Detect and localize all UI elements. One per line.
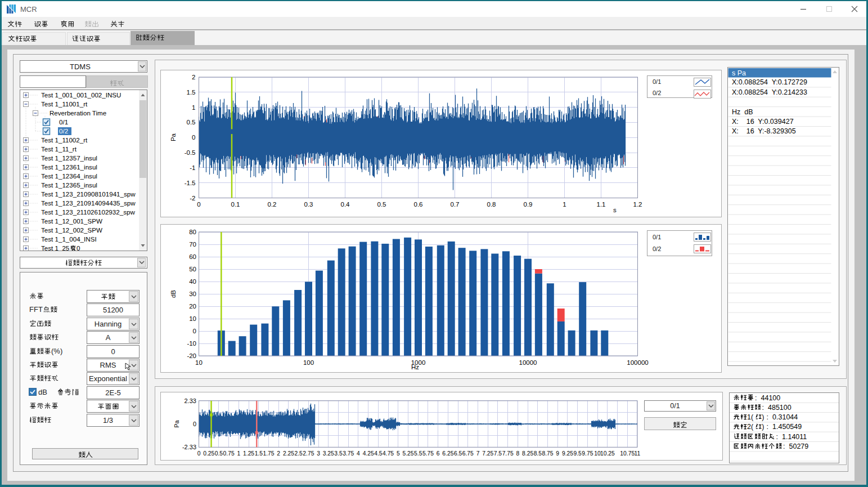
svg-text:10: 10 — [189, 315, 196, 322]
svg-text:Test 1_12361_insul: Test 1_12361_insul — [41, 163, 97, 171]
svg-text:-20: -20 — [187, 352, 196, 359]
svg-text:4.75: 4.75 — [383, 450, 394, 457]
svg-text:4.5: 4.5 — [374, 450, 383, 457]
svg-text:40: 40 — [189, 278, 196, 285]
svg-text:X: 16 Y:-8.329305: X: 16 Y:-8.329305 — [732, 127, 796, 135]
svg-text:10000: 10000 — [519, 359, 537, 366]
svg-text:2(: 2( — [747, 423, 754, 431]
svg-text:1.75: 1.75 — [263, 450, 274, 457]
svg-text:0/2: 0/2 — [59, 127, 68, 135]
svg-text:9.5: 9.5 — [574, 450, 582, 457]
svg-text:30: 30 — [189, 291, 196, 297]
svg-text:1: 1 — [237, 450, 240, 457]
svg-text:Pa: Pa — [170, 133, 177, 141]
svg-text:10.75: 10.75 — [620, 450, 635, 457]
svg-text:6.25: 6.25 — [442, 450, 453, 457]
svg-text:Test 1_123_211026102932_spw: Test 1_123_211026102932_spw — [41, 208, 135, 216]
svg-text:Hz: Hz — [411, 364, 419, 370]
svg-text:20: 20 — [189, 303, 196, 310]
svg-text:2.75: 2.75 — [303, 450, 314, 457]
svg-text:-1: -1 — [190, 164, 195, 171]
svg-text:0.9: 0.9 — [524, 201, 533, 208]
svg-text:2.33: 2.33 — [185, 397, 196, 404]
svg-text:485100: 485100 — [768, 404, 791, 412]
svg-text:Hz dB: Hz dB — [732, 108, 753, 116]
svg-text:1(: 1( — [747, 413, 754, 421]
svg-text:100000: 100000 — [627, 359, 648, 366]
svg-text:8.25: 8.25 — [522, 450, 533, 457]
svg-text:10.25: 10.25 — [600, 450, 615, 457]
svg-text:-1.5: -1.5 — [185, 180, 196, 186]
svg-text:Test 1_11001_rt: Test 1_11001_rt — [41, 100, 88, 108]
svg-text:1.25: 1.25 — [243, 450, 254, 457]
svg-text:11: 11 — [635, 450, 641, 457]
svg-text:4.25: 4.25 — [363, 450, 374, 457]
svg-text:2.25: 2.25 — [283, 450, 294, 457]
svg-text:X: 16 Y:0.039427: X: 16 Y:0.039427 — [732, 118, 794, 126]
svg-text:Test 1_12_002_SPW: Test 1_12_002_SPW — [41, 226, 102, 234]
svg-text:Test 1_12364_insul: Test 1_12364_insul — [41, 172, 97, 180]
svg-text:Test 1_123_210914094435_spw: Test 1_123_210914094435_spw — [41, 199, 136, 207]
svg-text:44100: 44100 — [761, 394, 781, 402]
svg-text:2: 2 — [192, 74, 195, 81]
svg-text:dB: dB — [170, 290, 177, 298]
svg-text:3.5: 3.5 — [334, 450, 343, 457]
svg-text::: : — [767, 423, 768, 431]
svg-text:9.25: 9.25 — [562, 450, 573, 457]
svg-text:7: 7 — [476, 450, 480, 457]
svg-text:0.5: 0.5 — [187, 119, 196, 126]
svg-text:8.75: 8.75 — [542, 450, 554, 457]
svg-text:1: 1 — [563, 201, 566, 208]
svg-text:-0.5: -0.5 — [185, 149, 196, 156]
svg-text:7.25: 7.25 — [482, 450, 493, 457]
svg-text:0.6: 0.6 — [414, 201, 423, 208]
svg-text:3.75: 3.75 — [343, 450, 354, 457]
svg-text::: : — [776, 433, 778, 441]
svg-text:0.31044: 0.31044 — [772, 413, 798, 421]
svg-text:9.75: 9.75 — [582, 450, 593, 457]
svg-text:6.5: 6.5 — [454, 450, 462, 457]
svg-text:Test 1_123_210908101941_spw: Test 1_123_210908101941_spw — [41, 190, 136, 198]
svg-text:0/1: 0/1 — [59, 118, 68, 126]
svg-text:-2: -2 — [190, 195, 195, 202]
svg-text:4: 4 — [357, 450, 360, 457]
svg-text:0: 0 — [193, 328, 196, 334]
svg-text:3.25: 3.25 — [323, 450, 334, 457]
svg-text:0: 0 — [193, 421, 196, 427]
svg-text:0.2: 0.2 — [268, 201, 277, 208]
svg-text:Test 1_25: Test 1_25 — [41, 244, 69, 251]
svg-text:70: 70 — [189, 241, 196, 248]
svg-text:0: 0 — [77, 244, 80, 251]
svg-text::: : — [762, 404, 764, 412]
svg-text:3: 3 — [317, 450, 320, 457]
svg-text:9: 9 — [556, 450, 559, 457]
svg-text:Test 1_11_rt: Test 1_11_rt — [41, 145, 77, 153]
svg-text:0.75: 0.75 — [223, 450, 235, 457]
svg-text:2: 2 — [277, 450, 280, 457]
svg-text:Test 1_1_004_INSI: Test 1_1_004_INSI — [41, 235, 97, 243]
svg-text::: : — [783, 443, 785, 450]
svg-text:1.5: 1.5 — [187, 89, 196, 96]
svg-text:): ) — [762, 413, 764, 421]
svg-text:1.5: 1.5 — [255, 450, 263, 457]
svg-text:1.2: 1.2 — [633, 201, 642, 208]
svg-text:80: 80 — [189, 229, 196, 235]
svg-text:7.75: 7.75 — [502, 450, 514, 457]
svg-text:1.450549: 1.450549 — [772, 423, 802, 431]
svg-text:s: s — [613, 207, 617, 213]
svg-text:X:0.088254 Y:0.172729: X:0.088254 Y:0.172729 — [732, 78, 807, 86]
svg-text:0.1: 0.1 — [231, 201, 240, 208]
svg-text:Test 1_12357_insul: Test 1_12357_insul — [41, 154, 97, 162]
svg-text:5.25: 5.25 — [402, 450, 413, 457]
svg-text:8: 8 — [516, 450, 520, 457]
svg-text:): ) — [762, 423, 764, 431]
svg-text:0.5: 0.5 — [215, 450, 223, 457]
svg-text:60: 60 — [189, 253, 196, 260]
svg-text:5.75: 5.75 — [422, 450, 434, 457]
svg-text:5: 5 — [397, 450, 400, 457]
svg-text:10: 10 — [195, 359, 203, 366]
svg-text:50279: 50279 — [789, 443, 809, 450]
svg-text:0: 0 — [197, 450, 201, 457]
svg-text:-2.33: -2.33 — [182, 444, 196, 450]
svg-text:50: 50 — [189, 266, 196, 272]
